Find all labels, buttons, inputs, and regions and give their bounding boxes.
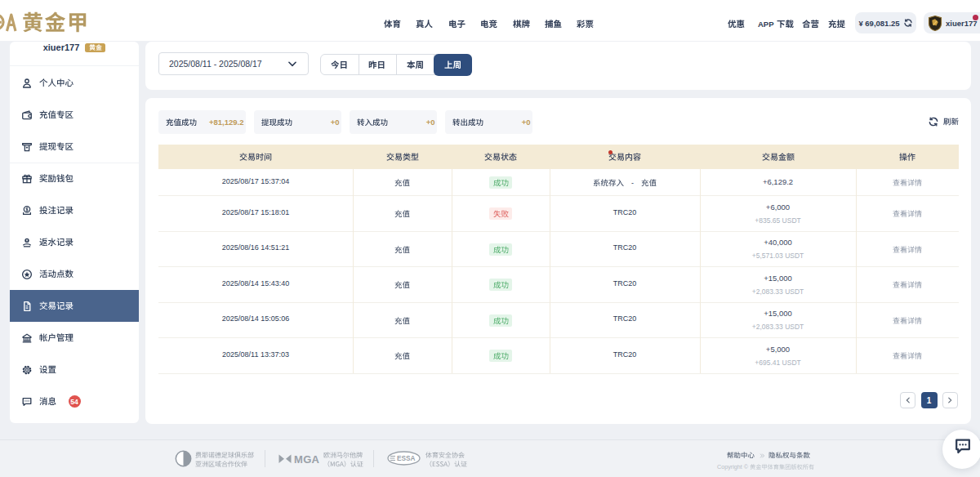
svg-text:ESSA: ESSA <box>397 455 415 462</box>
